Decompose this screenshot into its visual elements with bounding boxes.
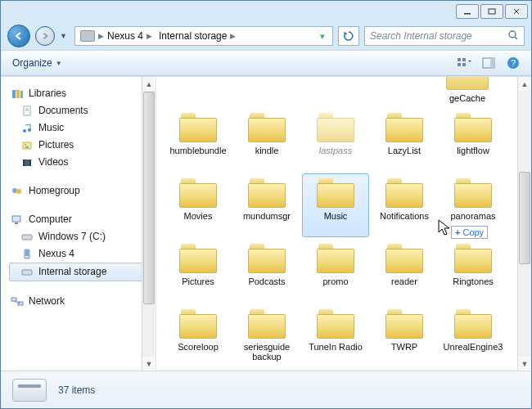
folder-icon: [444, 77, 490, 92]
folder-item-drop-target[interactable]: Music: [302, 173, 369, 237]
scroll-down-icon[interactable]: ▼: [518, 357, 531, 371]
scroll-up-icon[interactable]: ▲: [518, 77, 531, 91]
folder-icon: [315, 242, 356, 275]
folder-item[interactable]: humblebundle: [165, 108, 232, 172]
folder-item[interactable]: Pictures: [165, 239, 232, 303]
sidebar-item-documents[interactable]: Documents: [9, 102, 152, 119]
toolbar: Organize ▼ ?: [1, 50, 531, 76]
svg-rect-33: [25, 250, 29, 256]
folder-item[interactable]: Ringtones: [440, 239, 507, 303]
folder-item[interactable]: promo: [302, 239, 369, 303]
sidebar-libraries[interactable]: Libraries: [9, 85, 152, 102]
nav-history-dropdown[interactable]: ▼: [60, 32, 70, 40]
folder-label: LazyList: [388, 146, 421, 155]
sidebar-item-videos[interactable]: Videos: [9, 154, 152, 171]
homegroup-icon: [11, 186, 24, 197]
forward-button[interactable]: [35, 26, 55, 46]
sidebar-network[interactable]: Network: [9, 293, 152, 310]
folder-item-drag-ghost[interactable]: lastpass: [302, 108, 369, 172]
svg-point-28: [16, 189, 21, 194]
sidebar-item-music[interactable]: Music: [9, 119, 152, 137]
svg-rect-9: [462, 63, 466, 66]
folder-icon: [453, 177, 494, 209]
folder-label: Pictures: [182, 276, 214, 286]
search-input[interactable]: Search Internal storage: [364, 26, 525, 46]
view-options-button[interactable]: [456, 55, 472, 71]
sidebar-scrollbar[interactable]: ▲ ▼: [142, 77, 156, 371]
folder-item[interactable]: lightflow: [440, 108, 507, 172]
chevron-down-icon[interactable]: ▾: [314, 31, 331, 42]
folder-icon: [178, 242, 219, 275]
sidebar-item-pictures[interactable]: Pictures: [9, 137, 152, 154]
folder-item[interactable]: Notifications: [371, 173, 438, 237]
maximize-button[interactable]: [480, 4, 503, 19]
folder-item[interactable]: Scoreloop: [165, 304, 232, 368]
folder-icon: [246, 308, 287, 340]
file-grid-viewport[interactable]: geCache humblebundle kindle lastpass Laz…: [156, 77, 517, 371]
folder-label: TuneIn Radio: [309, 342, 363, 352]
search-icon: [507, 29, 519, 43]
scroll-up-icon[interactable]: ▲: [142, 77, 156, 91]
address-field[interactable]: ▶ Nexus 4▶ Internal storage▶ ▾: [74, 26, 333, 46]
folder-icon: [453, 308, 494, 340]
sidebar-label: Pictures: [38, 138, 74, 152]
folder-item[interactable]: reader: [371, 239, 438, 303]
file-list-pane: geCache humblebundle kindle lastpass Laz…: [156, 77, 531, 371]
folder-icon: [315, 111, 356, 144]
sidebar-homegroup[interactable]: Homegroup: [9, 182, 152, 200]
back-button[interactable]: [7, 25, 30, 47]
minimize-button[interactable]: [456, 4, 479, 19]
folder-item[interactable]: seriesguide backup: [233, 304, 300, 368]
status-item-count: 37 items: [58, 384, 95, 396]
folder-item[interactable]: mundumsgr: [233, 173, 300, 237]
libraries-icon: [11, 88, 24, 100]
folder-item[interactable]: Movies: [165, 173, 232, 237]
chevron-down-icon: ▼: [56, 60, 62, 67]
svg-point-21: [28, 128, 31, 132]
scroll-down-icon[interactable]: ▼: [142, 357, 156, 371]
svg-text:?: ?: [511, 58, 516, 68]
sidebar-label: Nexus 4: [38, 247, 74, 261]
pictures-icon: [20, 140, 34, 151]
breadcrumb-device[interactable]: Nexus 4▶: [104, 30, 156, 42]
drag-tooltip: + Copy: [451, 226, 488, 239]
computer-icon: [11, 214, 24, 226]
breadcrumb-device-label: Nexus 4: [107, 30, 143, 42]
titlebar[interactable]: [1, 1, 531, 22]
svg-rect-29: [12, 216, 20, 222]
scroll-thumb[interactable]: [519, 172, 530, 265]
close-button[interactable]: [505, 4, 528, 19]
main-scrollbar[interactable]: ▲ ▼: [517, 77, 531, 371]
breadcrumb-location[interactable]: Internal storage▶: [156, 30, 239, 42]
svg-rect-25: [23, 160, 25, 166]
drive-icon: [12, 379, 47, 402]
folder-icon: [178, 177, 219, 209]
svg-rect-6: [458, 58, 461, 61]
search-placeholder: Search Internal storage: [370, 30, 472, 42]
content-area: Libraries Documents Music Pictures Video…: [1, 76, 531, 371]
sidebar-item-cdrive[interactable]: Windows 7 (C:): [9, 228, 152, 245]
folder-item-partial[interactable]: geCache: [433, 77, 502, 103]
svg-rect-26: [29, 160, 31, 166]
folder-item[interactable]: Podcasts: [233, 239, 300, 303]
organize-button[interactable]: Organize ▼: [7, 55, 67, 71]
preview-pane-button[interactable]: [480, 55, 497, 71]
scroll-thumb[interactable]: [143, 92, 155, 304]
svg-rect-8: [462, 58, 466, 61]
sidebar-computer[interactable]: Computer: [9, 211, 152, 228]
folder-item[interactable]: LazyList: [371, 108, 438, 172]
folder-item[interactable]: kindle: [233, 108, 300, 172]
svg-point-27: [12, 188, 17, 193]
folder-item[interactable]: UnrealEngine3: [440, 304, 507, 368]
folder-item[interactable]: TWRP: [371, 304, 438, 368]
folder-item[interactable]: TuneIn Radio: [302, 304, 369, 368]
file-grid: humblebundle kindle lastpass LazyList li…: [165, 82, 512, 368]
help-button[interactable]: ?: [505, 55, 521, 71]
folder-label: Ringtones: [453, 276, 494, 286]
phone-icon: [20, 249, 34, 260]
sidebar-item-nexus4[interactable]: Nexus 4: [9, 245, 152, 263]
sidebar-item-internal-storage[interactable]: Internal storage: [9, 263, 152, 281]
refresh-button[interactable]: [338, 26, 359, 46]
folder-icon: [384, 308, 425, 340]
folder-label: Music: [324, 211, 348, 221]
